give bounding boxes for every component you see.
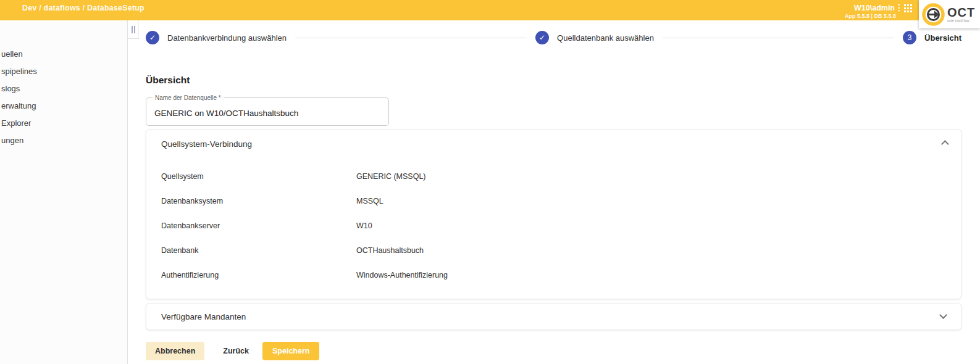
datasource-name-field[interactable]: Name der Datenquelle * <box>146 97 389 126</box>
kv-value: Windows-Authentifizierung <box>356 271 946 279</box>
kv-row-datenbankserver: Datenbankserver W10 <box>146 213 961 238</box>
step-2-source-database[interactable]: ✓ Quelldatenbank auswählen <box>535 31 654 44</box>
sidebar-item-explorer[interactable]: Explorer <box>0 114 127 131</box>
step-2-check-icon[interactable]: ✓ <box>535 31 549 44</box>
kv-label: Datenbank <box>161 246 356 255</box>
step-3-overview[interactable]: 3 Übersicht <box>903 31 961 44</box>
connection-panel-body: Quellsystem GENERIC (MSSQL) Datenbanksys… <box>146 158 961 299</box>
sidebar-item-einstellungen[interactable]: ungen <box>0 131 127 149</box>
step-3-number-badge[interactable]: 3 <box>903 31 916 44</box>
step-2-label: Quelldatenbank auswählen <box>557 33 654 43</box>
logo-wordmark: OCT <box>947 6 975 19</box>
kv-label: Datenbankserver <box>161 221 356 230</box>
kv-row-datenbanksystem: Datenbanksystem MSSQL <box>146 189 961 213</box>
kv-label: Authentifizierung <box>161 271 356 279</box>
current-user-label[interactable]: W10\admin <box>854 4 895 12</box>
apps-grid-icon[interactable] <box>904 4 912 12</box>
main-content: ✓ Datenbankverbindung auswählen ✓ Quelld… <box>139 20 980 364</box>
breadcrumb: Dev / dataflows / DatabaseSetup <box>22 4 144 12</box>
wizard-actions: Abbrechen Zurück Speichern <box>146 342 961 360</box>
page-title: Übersicht <box>146 75 961 86</box>
tenants-panel-title: Verfügbare Mandanten <box>161 312 246 321</box>
kv-value: MSSQL <box>356 197 946 205</box>
logo-tagline: one cool too <box>947 19 975 23</box>
step-connector <box>663 38 894 38</box>
step-1-database-connection[interactable]: ✓ Datenbankverbindung auswählen <box>146 31 287 44</box>
sidebar-item-verwaltung[interactable]: erwaltung <box>0 97 127 114</box>
kv-value: GENERIC (MSSQL) <box>356 172 946 181</box>
user-menu-icon[interactable]: ⋮ <box>895 3 903 12</box>
chevron-up-icon[interactable] <box>941 140 949 148</box>
tenants-panel: Verfügbare Mandanten <box>146 303 961 330</box>
datasource-name-input[interactable] <box>154 109 383 118</box>
step-connector <box>295 38 527 38</box>
connection-panel-title: Quellsystem-Verbindung <box>161 139 252 149</box>
save-button[interactable]: Speichern <box>262 342 319 360</box>
step-3-label: Übersicht <box>924 33 961 43</box>
kv-label: Datenbanksystem <box>161 197 356 205</box>
sidebar-item-quellen[interactable]: uellen <box>0 45 127 62</box>
datasource-name-label: Name der Datenquelle * <box>153 94 224 101</box>
wizard-stepper: ✓ Datenbankverbindung auswählen ✓ Quelld… <box>146 20 961 55</box>
kv-label: Quellsystem <box>161 172 356 181</box>
kv-row-quellsystem: Quellsystem GENERIC (MSSQL) <box>146 164 961 189</box>
step-1-label: Datenbankverbindung auswählen <box>167 33 287 43</box>
step-1-check-icon[interactable]: ✓ <box>146 31 159 44</box>
sidebar-item-logs[interactable]: slogs <box>0 80 127 97</box>
sidebar-item-pipelines[interactable]: spipelines <box>0 62 127 80</box>
logo-text: OCT one cool too <box>947 6 975 23</box>
kv-row-authentifizierung: Authentifizierung Windows-Authentifizier… <box>146 263 961 287</box>
kv-value: OCTHaushaltsbuch <box>356 246 946 255</box>
connection-panel-header[interactable]: Quellsystem-Verbindung <box>146 130 961 158</box>
tenants-panel-header[interactable]: Verfügbare Mandanten <box>146 304 961 329</box>
kv-value: W10 <box>356 221 946 230</box>
connection-panel: Quellsystem-Verbindung Quellsystem GENER… <box>146 129 961 299</box>
back-button[interactable]: Zurück <box>216 342 256 360</box>
kv-row-datenbank: Datenbank OCTHaushaltsbuch <box>146 238 961 263</box>
app-version-label: App 5.5.8 | DB 5.5.8 <box>845 13 896 19</box>
oct-logo: OCT one cool too <box>919 0 980 28</box>
chevron-down-icon[interactable] <box>939 311 947 319</box>
sidebar-nav: uellen spipelines slogs erwaltung Explor… <box>0 20 128 364</box>
oct-arrow-ring-icon <box>922 3 945 26</box>
cancel-button[interactable]: Abbrechen <box>146 342 204 360</box>
top-app-bar: Dev / dataflows / DatabaseSetup W10\admi… <box>0 0 980 20</box>
sidebar-resize-handle[interactable] <box>128 20 139 39</box>
